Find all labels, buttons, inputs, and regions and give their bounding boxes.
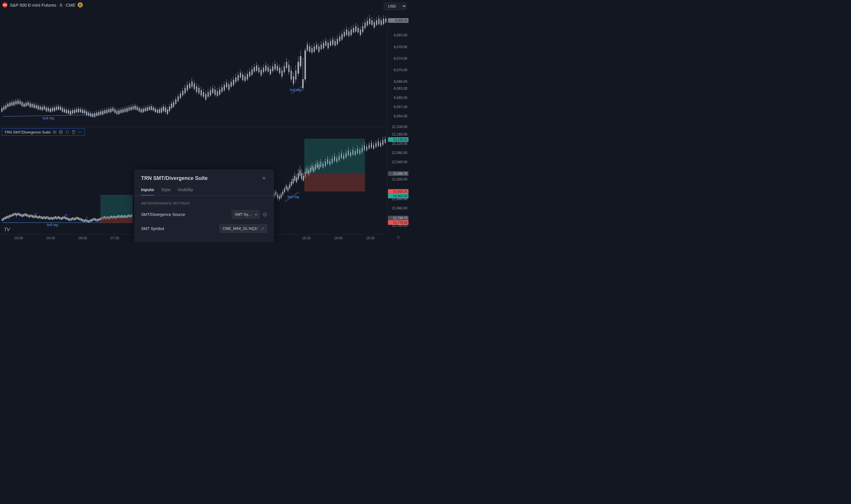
info-icon[interactable]: i bbox=[263, 212, 267, 217]
symbol-title[interactable]: S&P 500 E-mini Futures · 5 · CME bbox=[10, 3, 75, 7]
svg-rect-425 bbox=[94, 218, 95, 220]
svg-rect-412 bbox=[75, 217, 76, 220]
modal-tabs: Inputs Style Visibility bbox=[134, 185, 274, 196]
svg-rect-388 bbox=[41, 216, 41, 219]
source-label: SMT/Divergence Source bbox=[141, 212, 185, 217]
axis-settings-icon[interactable] bbox=[396, 235, 401, 240]
price-tick: 21,880.00 bbox=[392, 197, 407, 201]
indicator-settings-modal: TRN SMT/Divergence Suite Inputs Style Vi… bbox=[134, 169, 274, 242]
svg-rect-381 bbox=[31, 215, 32, 217]
candlestick-chart-top bbox=[0, 10, 387, 125]
svg-rect-364 bbox=[6, 216, 7, 219]
svg-rect-402 bbox=[61, 217, 61, 220]
svg-rect-391 bbox=[45, 217, 46, 219]
price-tick: 6,070.00 bbox=[394, 68, 407, 72]
svg-rect-389 bbox=[42, 217, 43, 219]
svg-point-360 bbox=[81, 132, 81, 132]
price-label-gray: 21,798.75 bbox=[388, 216, 408, 220]
modal-title: TRN SMT/Divergence Suite bbox=[141, 175, 208, 181]
svg-rect-386 bbox=[38, 216, 38, 219]
settings-icon[interactable] bbox=[58, 130, 63, 134]
svg-rect-394 bbox=[49, 217, 50, 220]
source-icon[interactable] bbox=[65, 130, 70, 134]
svg-rect-422 bbox=[90, 220, 90, 222]
svg-rect-362 bbox=[3, 218, 4, 220]
time-tick: 18:00 bbox=[334, 236, 343, 240]
svg-rect-380 bbox=[30, 215, 30, 217]
price-axis-bottom[interactable]: 22,200.00 22,160.00 22,149.00 22,120.00 … bbox=[387, 127, 409, 234]
symbol-label: SMT Symbol bbox=[141, 226, 164, 231]
svg-point-568 bbox=[36, 213, 37, 214]
svg-rect-366 bbox=[9, 215, 10, 217]
svg-point-359 bbox=[79, 132, 80, 132]
svg-rect-409 bbox=[71, 218, 72, 220]
long-target-zone-small bbox=[101, 195, 133, 217]
svg-point-357 bbox=[60, 131, 62, 133]
price-axis-top[interactable]: 6,088.50 6,083.00 6,078.00 6,074.00 6,07… bbox=[387, 10, 409, 125]
svg-point-565 bbox=[8, 218, 10, 219]
eye-icon[interactable] bbox=[52, 130, 57, 134]
svg-rect-413 bbox=[77, 217, 77, 219]
svg-rect-418 bbox=[84, 220, 85, 222]
symbol-input[interactable]: CME_MINI_DL:NQ1! bbox=[219, 224, 267, 233]
more-icon[interactable] bbox=[77, 130, 82, 134]
svg-rect-367 bbox=[11, 215, 11, 217]
svg-rect-379 bbox=[28, 215, 29, 217]
tradingview-logo-icon: TV bbox=[4, 227, 10, 232]
svg-rect-395 bbox=[51, 217, 51, 219]
price-tick: 21,840.00 bbox=[392, 206, 407, 210]
svg-rect-424 bbox=[93, 219, 93, 221]
svg-rect-416 bbox=[81, 219, 82, 221]
svg-rect-426 bbox=[95, 219, 96, 221]
bull-reg-label-4: bull reg bbox=[288, 195, 299, 199]
svg-point-566 bbox=[16, 216, 17, 217]
svg-rect-417 bbox=[83, 219, 83, 221]
svg-rect-377 bbox=[25, 213, 26, 216]
svg-rect-423 bbox=[91, 219, 92, 221]
price-label-red: 21,916.25 bbox=[388, 189, 408, 194]
svg-rect-403 bbox=[62, 217, 63, 219]
long-stop-zone bbox=[304, 173, 365, 192]
svg-rect-371 bbox=[16, 213, 17, 216]
tab-inputs[interactable]: Inputs bbox=[141, 185, 154, 196]
source-dropdown[interactable]: SMT Sy… bbox=[232, 210, 260, 219]
svg-rect-387 bbox=[39, 216, 40, 218]
price-tick: 22,080.00 bbox=[392, 151, 407, 155]
time-tick: 06:00 bbox=[78, 236, 87, 240]
svg-rect-370 bbox=[15, 213, 16, 215]
bull-reg-label-1: bull reg bbox=[43, 116, 54, 120]
svg-point-358 bbox=[78, 132, 79, 132]
svg-rect-411 bbox=[74, 218, 74, 220]
svg-rect-369 bbox=[14, 213, 14, 216]
svg-rect-383 bbox=[34, 216, 34, 218]
svg-rect-373 bbox=[19, 213, 20, 216]
svg-rect-382 bbox=[32, 215, 33, 217]
trash-icon[interactable] bbox=[71, 130, 76, 134]
svg-rect-397 bbox=[54, 217, 54, 219]
svg-rect-419 bbox=[85, 219, 86, 221]
indicator-legend[interactable]: TRN SMT/Divergence Suite bbox=[2, 128, 85, 136]
currency-select[interactable]: USD bbox=[384, 2, 407, 10]
svg-rect-420 bbox=[87, 220, 87, 222]
svg-rect-398 bbox=[55, 216, 56, 219]
time-tick: 19:30 bbox=[366, 236, 375, 240]
svg-point-575 bbox=[398, 237, 399, 238]
tab-visibility[interactable]: Visibility bbox=[177, 185, 193, 196]
main-price-chart[interactable]: bull reg bull reg bbox=[0, 10, 387, 125]
pencil-icon[interactable] bbox=[261, 227, 265, 231]
svg-rect-401 bbox=[59, 217, 60, 219]
svg-point-356 bbox=[54, 131, 55, 133]
price-tick: 22,120.00 bbox=[392, 142, 407, 146]
price-tick: 6,083.00 bbox=[394, 33, 407, 37]
svg-rect-378 bbox=[26, 214, 27, 216]
close-icon[interactable] bbox=[261, 176, 267, 181]
price-tick: 22,000.00 bbox=[392, 177, 407, 181]
price-tick: 6,078.00 bbox=[394, 45, 407, 49]
section-header: SMT/DIVERGENCE SETTINGS bbox=[141, 201, 267, 205]
price-tick: 21,760.00 bbox=[392, 223, 407, 228]
svg-point-567 bbox=[34, 213, 35, 215]
time-tick: 16:30 bbox=[302, 236, 311, 240]
price-label-green: 22,149.00 bbox=[388, 137, 408, 142]
tab-style[interactable]: Style bbox=[161, 185, 171, 196]
svg-rect-414 bbox=[78, 217, 79, 220]
